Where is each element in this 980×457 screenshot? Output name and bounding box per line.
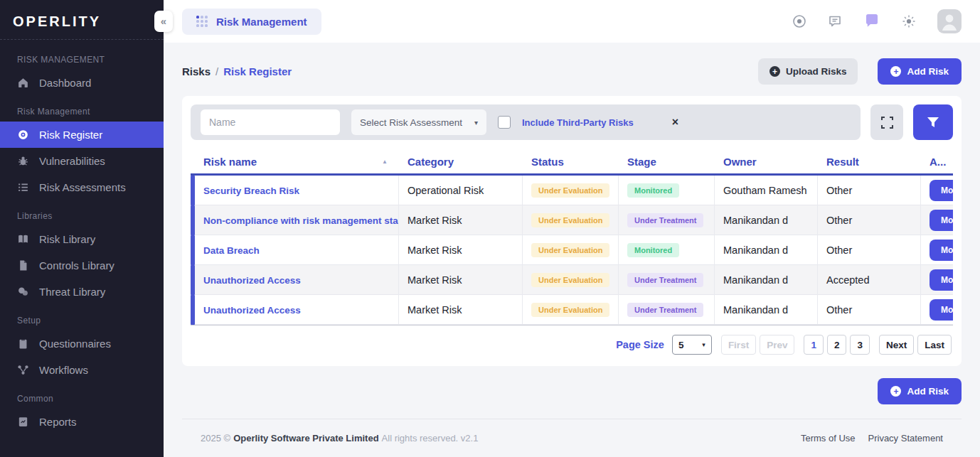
table-row[interactable]: Data Breach Market Risk Under Evaluation…	[191, 235, 953, 265]
list-icon	[17, 181, 29, 193]
footer-rights: All rights reserved. v2.1	[382, 433, 479, 443]
sidebar-item-reports[interactable]: Reports	[0, 409, 164, 435]
upload-risks-label: Upload Risks	[786, 66, 847, 77]
feedback-button[interactable]	[828, 14, 842, 28]
page-content: Risks/Risk Register + Upload Risks + Add…	[164, 43, 980, 457]
risk-owner: Manikandan d	[715, 205, 818, 235]
filter-funnel-icon	[927, 117, 939, 127]
more-actions-button[interactable]: Mo	[930, 269, 953, 291]
sidebar-item-label: Vulnerabilities	[39, 155, 105, 167]
table-row[interactable]: Unauthorized Access Market Risk Under Ev…	[191, 265, 953, 295]
status-badge: Under Evaluation	[531, 303, 609, 317]
stage-badge: Monitored	[627, 243, 679, 257]
risk-name-link[interactable]: Data Breach	[195, 235, 399, 265]
sidebar-item-risk-assessments[interactable]: Risk Assessments	[0, 174, 164, 200]
page-button[interactable]: 1	[804, 335, 824, 355]
table-row[interactable]: Security Breach Risk Operational Risk Un…	[191, 176, 953, 205]
add-risk-label: Add Risk	[907, 66, 949, 77]
pagination: Page Size 5 ▾ First Prev 1 2 3 Next Last	[191, 326, 953, 357]
sidebar-collapse-button[interactable]: «	[154, 11, 173, 32]
table-row[interactable]: Unauthorized Access Market Risk Under Ev…	[191, 295, 953, 325]
expand-table-button[interactable]	[870, 104, 903, 140]
prev-page-button[interactable]: Prev	[760, 335, 794, 355]
terms-of-use-link[interactable]: Terms of Use	[801, 433, 856, 443]
sidebar-section-common: Common	[0, 383, 164, 409]
page-button[interactable]: 3	[850, 335, 870, 355]
record-button[interactable]	[792, 14, 806, 28]
name-filter-input[interactable]	[201, 109, 340, 135]
topbar: Risk Management	[164, 0, 980, 43]
column-header-result[interactable]: Result	[818, 150, 921, 173]
risk-result: Accepted	[818, 265, 921, 295]
upload-risks-button[interactable]: + Upload Risks	[758, 58, 858, 85]
risk-name-link[interactable]: Unauthorized Access	[195, 295, 399, 325]
column-header-status[interactable]: Status	[523, 150, 619, 173]
filter-button[interactable]	[913, 104, 953, 140]
page-size-label: Page Size	[616, 339, 664, 350]
sort-asc-icon[interactable]: ▲	[382, 158, 390, 165]
sidebar-item-vulnerabilities[interactable]: Vulnerabilities	[0, 148, 164, 174]
clear-filters-button[interactable]: ×	[672, 116, 678, 129]
more-actions-button[interactable]: Mo	[930, 210, 953, 231]
theme-button[interactable]	[902, 14, 916, 28]
sidebar-item-dashboard[interactable]: Dashboard	[0, 70, 164, 96]
sidebar-item-workflows[interactable]: Workflows	[0, 357, 164, 383]
avatar-icon	[937, 9, 962, 33]
record-icon	[792, 14, 806, 28]
sidebar-item-controls-library[interactable]: Controls Library	[0, 252, 164, 279]
chevron-down-icon: ▾	[474, 119, 478, 127]
risk-assessment-select-value: Select Risk Assessment	[360, 117, 462, 128]
app-tab-label: Risk Management	[216, 16, 307, 28]
app-tab-risk-management[interactable]: Risk Management	[182, 9, 321, 35]
sidebar-section-risk-management-caps: RISK MANAGEMENT	[0, 44, 164, 70]
risk-category: Market Risk	[399, 295, 523, 325]
risk-assessment-select[interactable]: Select Risk Assessment ▾	[351, 109, 486, 135]
app-root: OPERLITY RISK MANAGEMENT Dashboard Risk …	[0, 0, 980, 457]
table-row[interactable]: Non-compliance with risk management stan…	[191, 205, 953, 235]
privacy-statement-link[interactable]: Privacy Statement	[868, 433, 944, 443]
third-party-checkbox[interactable]	[498, 116, 511, 129]
first-page-button[interactable]: First	[721, 335, 756, 355]
file-icon	[17, 259, 29, 271]
column-header-owner[interactable]: Owner	[715, 150, 818, 173]
status-badge: Under Evaluation	[531, 183, 609, 198]
risk-name-link[interactable]: Security Breach Risk	[195, 176, 399, 205]
last-page-button[interactable]: Last	[917, 335, 952, 355]
sidebar-item-risk-library[interactable]: Risk Library	[0, 226, 164, 252]
next-page-button[interactable]: Next	[879, 335, 914, 355]
page-size-select[interactable]: 5 ▾	[672, 335, 712, 355]
user-avatar[interactable]	[937, 9, 962, 33]
status-badge: Under Evaluation	[531, 273, 609, 287]
add-risk-button-bottom[interactable]: + Add Risk	[878, 378, 962, 404]
sun-icon	[902, 14, 916, 28]
column-header-actions[interactable]: A...	[921, 150, 953, 173]
sidebar-item-questionnaires[interactable]: Questionnaires	[0, 330, 164, 357]
sidebar-section-risk-management: Risk Management	[0, 96, 164, 122]
target-icon	[17, 129, 29, 141]
main-area: Risk Management	[164, 0, 980, 457]
footer: 2025 © Operlity Software Private Limited…	[182, 419, 962, 457]
sidebar-item-risk-register[interactable]: Risk Register	[0, 122, 164, 148]
clipboard-icon	[17, 338, 29, 350]
column-header-risk-name[interactable]: Risk name ▲	[195, 150, 399, 173]
breadcrumb-separator: /	[215, 65, 218, 77]
add-risk-button-top[interactable]: + Add Risk	[878, 58, 962, 85]
page-button[interactable]: 2	[827, 335, 847, 355]
more-actions-button[interactable]: Mo	[930, 299, 953, 321]
risk-name-link[interactable]: Unauthorized Access	[195, 265, 399, 295]
risk-owner: Manikandan d	[715, 235, 818, 265]
chat-button[interactable]	[863, 13, 880, 30]
sidebar-item-threat-library[interactable]: Threat Library	[0, 279, 164, 305]
risk-result: Other	[818, 205, 921, 235]
home-icon	[17, 77, 29, 89]
sidebar-item-label: Risk Register	[39, 129, 102, 141]
third-party-checkbox-label[interactable]: Include Third-Party Risks	[522, 117, 634, 128]
risk-name-link[interactable]: Non-compliance with risk management stan…	[195, 205, 399, 235]
more-actions-button[interactable]: Mo	[930, 240, 953, 261]
sidebar-item-label: Questionnaires	[39, 338, 111, 350]
column-header-stage[interactable]: Stage	[619, 150, 715, 173]
breadcrumb-parent[interactable]: Risks	[182, 65, 211, 77]
more-actions-button[interactable]: Mo	[930, 180, 953, 201]
column-header-category[interactable]: Category	[399, 150, 523, 173]
status-badge: Under Evaluation	[531, 213, 609, 227]
